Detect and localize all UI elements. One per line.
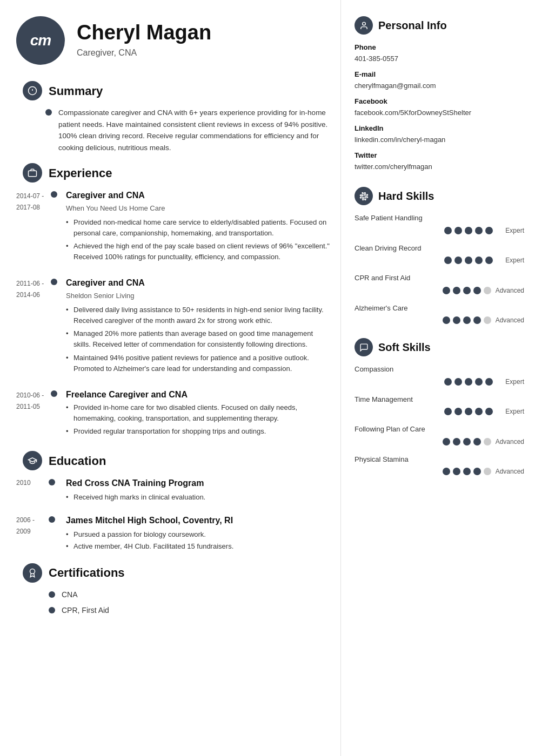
skill-name: Safe Patient Handling xyxy=(355,213,524,224)
skill-dot xyxy=(453,316,460,324)
exp-dot-col xyxy=(49,388,59,439)
education-header: Education xyxy=(49,451,330,470)
skill-dots-row: Expert xyxy=(355,226,524,235)
education-section: Education 2010 Red Cross CNA Training Pr… xyxy=(16,451,330,554)
skill-level: Expert xyxy=(497,377,524,387)
info-value: linkedin.com/in/cheryl-magan xyxy=(355,134,524,145)
exp-date: 2010-06 -2011-05 xyxy=(16,392,44,410)
edu-bullet: Active member, 4H Club. Facilitated 15 f… xyxy=(66,541,330,552)
info-value: facebook.com/5KforDowneyStShelter xyxy=(355,107,524,118)
edu-bullets: Received high marks in clinical evaluati… xyxy=(66,492,330,503)
certifications-icon xyxy=(23,563,42,583)
exp-content-col: Caregiver and CNA Sheldon Senior Living … xyxy=(49,276,330,376)
skill-level: Expert xyxy=(497,255,524,265)
exp-bullets: Provided non-medical home care service t… xyxy=(66,217,330,263)
edu-date: 2006 -2009 xyxy=(16,515,35,535)
exp-date-col: 2011-06 -2014-06 xyxy=(16,276,49,376)
education-title: Education xyxy=(49,452,106,470)
skill-dot xyxy=(475,256,483,264)
skill-dot xyxy=(484,316,491,324)
edu-date-col: 2006 -2009 xyxy=(16,514,49,554)
skill-dot xyxy=(484,287,491,294)
skill-dots xyxy=(444,256,493,264)
skill-dot xyxy=(463,438,471,446)
info-label: Phone xyxy=(355,42,524,53)
skill-level: Expert xyxy=(497,407,524,416)
header-text: Cheryl Magan Caregiver, CNA xyxy=(77,22,211,59)
edu-dot-col xyxy=(49,514,59,554)
summary-section: Summary Compassionate caregiver and CNA … xyxy=(16,81,330,153)
edu-degree: Red Cross CNA Training Program xyxy=(66,477,330,490)
exp-dot xyxy=(51,390,57,397)
edu-content-col: James Mitchel High School, Coventry, RI … xyxy=(49,514,330,554)
skill-dots xyxy=(443,287,491,294)
skill-dot xyxy=(463,316,471,324)
personal-info-fields: Phone 401-385-0557 E-mail cherylfmagan@g… xyxy=(355,42,524,172)
personal-info-item: Phone 401-385-0557 xyxy=(355,42,524,64)
candidate-title: Caregiver, CNA xyxy=(77,46,211,59)
summary-content: Compassionate caregiver and CNA with 6+ … xyxy=(49,107,330,153)
experience-item: 2010-06 -2011-05 Freelance Caregiver and… xyxy=(16,388,330,439)
exp-company: When You Need Us Home Care xyxy=(66,203,330,214)
cert-text: CPR, First Aid xyxy=(62,605,109,616)
personal-info-item: LinkedIn linkedin.com/in/cheryl-magan xyxy=(355,123,524,145)
hard-skills-icon xyxy=(355,187,373,205)
hard-skills-title: Hard Skills xyxy=(378,188,434,204)
info-label: LinkedIn xyxy=(355,123,524,134)
info-label: Twitter xyxy=(355,150,524,161)
skill-dot xyxy=(453,438,460,446)
summary-bullet-dot xyxy=(45,109,52,116)
exp-bullet: Delivered daily living assistance to 50+… xyxy=(66,305,330,326)
skill-dot xyxy=(463,287,471,294)
skill-dot xyxy=(443,287,450,294)
skill-dots-row: Expert xyxy=(355,255,524,265)
edu-degree: James Mitchel High School, Coventry, RI xyxy=(66,514,330,527)
cert-dot xyxy=(49,591,55,598)
skill-dot xyxy=(485,256,493,264)
education-items: 2010 Red Cross CNA Training Program Rece… xyxy=(16,477,330,554)
summary-text: Compassionate caregiver and CNA with 6+ … xyxy=(58,107,330,153)
avatar-initials: cm xyxy=(30,29,51,52)
skill-dot xyxy=(443,438,450,446)
skill-dot xyxy=(454,256,462,264)
experience-icon xyxy=(23,163,42,183)
skill-level: Advanced xyxy=(496,315,524,325)
cert-list: CNACPR, First Aid xyxy=(49,589,330,616)
skill-dots-row: Advanced xyxy=(355,315,524,325)
skill-name: CPR and First Aid xyxy=(355,273,524,284)
skill-dot xyxy=(444,256,452,264)
info-label: E-mail xyxy=(355,69,524,80)
skill-dot xyxy=(454,227,462,234)
skill-dots xyxy=(444,378,493,386)
edu-content: James Mitchel High School, Coventry, RI … xyxy=(59,514,330,554)
skill-item: Safe Patient Handling Expert xyxy=(355,213,524,235)
edu-date-col: 2010 xyxy=(16,477,49,504)
svg-rect-3 xyxy=(29,171,37,177)
skill-dot xyxy=(444,378,452,386)
skill-level: Expert xyxy=(497,226,524,235)
skill-dot xyxy=(473,438,481,446)
info-label: Facebook xyxy=(355,96,524,107)
exp-date: 2011-06 -2014-06 xyxy=(16,280,44,299)
resume-header: cm Cheryl Magan Caregiver, CNA xyxy=(16,16,330,65)
skill-dots-row: Advanced xyxy=(355,437,524,447)
skill-dot xyxy=(475,227,483,234)
exp-content: Caregiver and CNA Sheldon Senior Living … xyxy=(59,276,330,376)
skill-dots-row: Expert xyxy=(355,407,524,416)
skill-item: Compassion Expert xyxy=(355,364,524,387)
experience-item: 2011-06 -2014-06 Caregiver and CNA Sheld… xyxy=(16,276,330,376)
edu-bullets: Pursued a passion for biology coursework… xyxy=(66,529,330,552)
skill-name: Compassion xyxy=(355,364,524,375)
cert-item: CNA xyxy=(49,589,330,600)
exp-company: Sheldon Senior Living xyxy=(66,291,330,301)
skill-dot xyxy=(465,227,472,234)
cert-text: CNA xyxy=(62,589,78,600)
education-icon xyxy=(23,451,42,470)
skill-item: Physical Stamina Advanced xyxy=(355,454,524,477)
skill-dots-row: Advanced xyxy=(355,467,524,476)
skill-name: Alzheimer's Care xyxy=(355,303,524,314)
skill-dot xyxy=(443,468,450,475)
skill-name: Following Plan of Care xyxy=(355,424,524,435)
cert-item: CPR, First Aid xyxy=(49,605,330,616)
exp-content-col: Freelance Caregiver and CNA Provided in-… xyxy=(49,388,330,439)
